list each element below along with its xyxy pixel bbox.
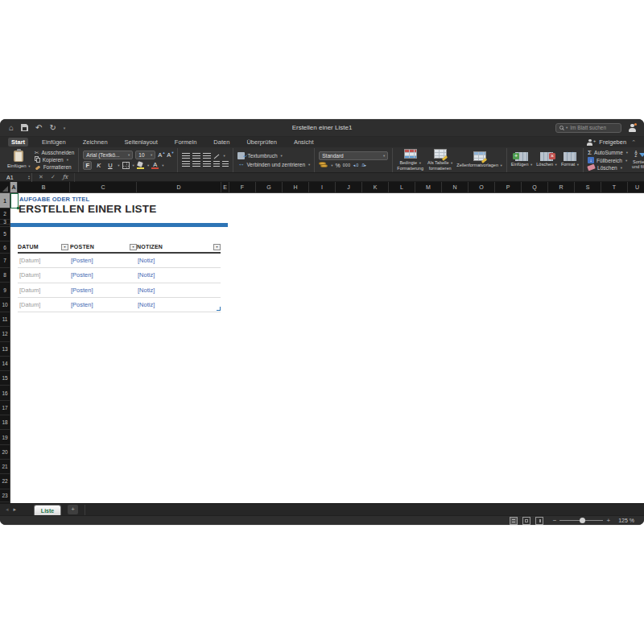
table-row[interactable]: [Datum][Posten][Notiz] [18, 298, 221, 312]
column-header-c[interactable]: C [70, 182, 137, 193]
column-header-a[interactable]: A [10, 182, 18, 193]
column-header-s[interactable]: S [575, 182, 601, 193]
row-header-13[interactable]: 13 [0, 342, 10, 357]
row-header-16[interactable]: 16 [0, 386, 10, 400]
font-name-select[interactable]: Arial (Textkö...▾ [83, 151, 133, 159]
fill-button[interactable]: ↓ Füllbereich▾ [588, 157, 628, 163]
tab-ueberpruefen[interactable]: Überprüfen [243, 138, 280, 147]
insert-function-icon[interactable]: ƒx [63, 174, 68, 180]
column-header-k[interactable]: K [362, 182, 389, 193]
column-header-u[interactable]: U [628, 182, 644, 193]
prev-sheet-icon[interactable]: ◂ [6, 506, 9, 512]
add-sheet-button[interactable]: + [68, 505, 78, 514]
row-header-22[interactable]: 22 [0, 474, 10, 489]
table-row[interactable]: [Datum][Posten][Notiz] [18, 283, 221, 298]
column-header-b[interactable]: B [18, 182, 70, 193]
grow-font-button[interactable]: A▲ [158, 151, 164, 159]
table-row[interactable]: [Datum][Posten][Notiz] [18, 268, 221, 283]
format-cells-button[interactable]: ←→ Format ▾ [561, 152, 579, 168]
table-row[interactable]: [Datum][Posten][Notiz] [18, 254, 221, 268]
sheet-tab-liste[interactable]: Liste [34, 505, 61, 515]
table-cell[interactable]: [Notiz] [138, 268, 155, 283]
filter-dropdown-icon[interactable]: ▾ [130, 244, 137, 250]
page-layout-view-icon[interactable] [522, 517, 530, 525]
increase-decimal-icon[interactable]: ◂.0 [353, 163, 359, 167]
format-as-table-button[interactable]: Als Tabelle ▾formatieren [427, 149, 452, 171]
italic-button[interactable]: K [94, 161, 103, 170]
row-header-23[interactable]: 23 [0, 489, 10, 502]
column-header-r[interactable]: R [548, 182, 575, 193]
row-header-17[interactable]: 17 [0, 401, 10, 415]
copy-button[interactable]: Kopieren ▾ [35, 156, 75, 163]
select-all-corner[interactable] [0, 182, 10, 193]
sheet-subtitle[interactable]: AUFGABE ODER TITEL [19, 196, 89, 203]
column-header-d[interactable]: D [137, 182, 221, 193]
column-header-m[interactable]: M [415, 182, 442, 193]
column-header-p[interactable]: P [495, 182, 522, 193]
zoom-percentage[interactable]: 125 % [618, 518, 634, 523]
borders-icon[interactable] [122, 162, 130, 169]
row-header-1[interactable]: 1 [0, 193, 10, 208]
row-header-15[interactable]: 15 [0, 371, 10, 386]
table-cell[interactable]: [Notiz] [138, 283, 155, 298]
table-resize-handle[interactable] [217, 307, 221, 311]
currency-icon[interactable] [319, 162, 328, 168]
table-cell[interactable]: [Datum] [19, 268, 40, 283]
table-cell[interactable]: [Notiz] [138, 298, 155, 312]
underline-dropdown-icon[interactable]: ▾ [118, 163, 119, 167]
column-header-i[interactable]: I [309, 182, 336, 193]
paste-button[interactable]: Einfügen ▾ [7, 151, 31, 170]
align-left-icon[interactable] [182, 161, 190, 167]
share-button[interactable]: Freigeben [599, 138, 626, 146]
column-header-l[interactable]: L [389, 182, 415, 193]
table-cell[interactable]: [Datum] [19, 298, 40, 312]
cell-styles-button[interactable]: Zellenformatvorlagen ▾ [456, 151, 502, 168]
zoom-slider-knob[interactable] [580, 518, 585, 523]
column-header-n[interactable]: N [442, 182, 469, 193]
column-header-q[interactable]: Q [522, 182, 548, 193]
formula-input[interactable] [75, 173, 644, 182]
zoom-out-icon[interactable]: − [553, 518, 557, 524]
row-header-2[interactable]: 2 [0, 208, 10, 220]
decrease-indent-icon[interactable] [213, 161, 220, 167]
normal-view-icon[interactable] [510, 517, 518, 525]
table-cell[interactable]: [Posten] [71, 254, 93, 268]
delete-cells-button[interactable]: × Löschen ▾ [536, 152, 557, 168]
enter-icon[interactable]: ✓ [51, 174, 56, 180]
cut-button[interactable]: ✂ Ausschneiden [35, 150, 75, 155]
column-header-j[interactable]: J [336, 182, 362, 193]
active-cell-selection[interactable] [10, 193, 19, 208]
merge-center-button[interactable]: ↔ Verbinden und zentrieren ▾ [237, 161, 310, 167]
clear-button[interactable]: Löschen▾ [588, 165, 628, 171]
format-painter-button[interactable]: Formatieren [35, 164, 75, 171]
table-header-notizen[interactable]: NOTIZEN ▾ [137, 242, 221, 252]
filter-dropdown-icon[interactable]: ▾ [61, 244, 68, 250]
zoom-slider[interactable] [559, 520, 603, 521]
row-header-11[interactable]: 11 [0, 312, 10, 327]
search-dropdown-icon[interactable]: ▾ [566, 126, 568, 130]
search-input[interactable]: ▾ Im Blatt suchen [555, 123, 621, 133]
align-bottom-icon[interactable] [203, 153, 211, 159]
wrap-text-button[interactable]: ↩ Textumbruch ▾ [237, 152, 310, 159]
shrink-font-button[interactable]: A▼ [167, 151, 173, 159]
sort-filter-button[interactable]: AZ ▾ Sortierenund filtern [632, 151, 644, 169]
worksheet[interactable]: AUFGABE ODER TITEL ERSTELLEN EINER LISTE… [10, 193, 644, 503]
insert-cells-button[interactable]: + Einfügen ▾ [511, 152, 533, 168]
row-header-20[interactable]: 20 [0, 445, 10, 460]
table-header-posten[interactable]: POSTEN ▾ [70, 242, 137, 252]
cancel-icon[interactable]: ✕ [39, 174, 43, 180]
align-middle-icon[interactable] [192, 153, 200, 159]
table-cell[interactable]: [Posten] [71, 298, 93, 312]
filter-dropdown-icon[interactable]: ▾ [213, 244, 221, 250]
column-header-f[interactable]: F [229, 182, 256, 193]
increase-indent-icon[interactable] [222, 161, 229, 167]
row-header-21[interactable]: 21 [0, 460, 10, 474]
sheet-title[interactable]: ERSTELLEN EINER LISTE [19, 203, 156, 215]
row-header-5[interactable]: 5 [0, 227, 10, 242]
number-format-select[interactable]: Standard▾ [319, 151, 388, 160]
tab-seitenlayout[interactable]: Seitenlayout [122, 138, 161, 147]
tab-start[interactable]: Start [8, 138, 28, 147]
row-header-19[interactable]: 19 [0, 430, 10, 444]
align-center-icon[interactable] [192, 161, 200, 167]
column-header-o[interactable]: O [469, 182, 495, 193]
